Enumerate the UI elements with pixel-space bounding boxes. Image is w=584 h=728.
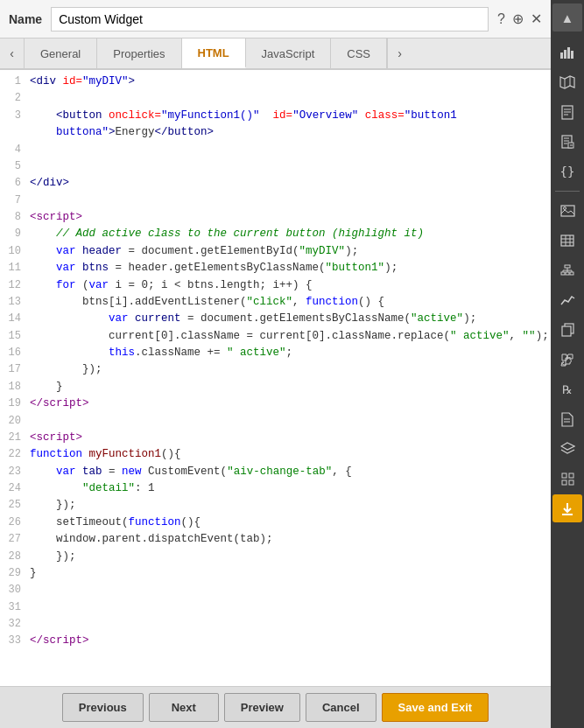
save-exit-button[interactable]: Save and Exit (382, 693, 489, 722)
code-line-26: 26 setTimeout(function(){ (0, 514, 551, 531)
svg-rect-17 (561, 206, 574, 216)
code-line-25: 25 }); (0, 497, 551, 514)
grid-icon[interactable] (552, 465, 582, 493)
file-lines-icon[interactable] (552, 405, 582, 433)
hierarchy-icon[interactable] (552, 256, 582, 284)
tab-bar: ‹ General Properties HTML JavaScript CSS… (0, 38, 551, 70)
top-arrow-icon[interactable]: ▲ (552, 4, 582, 32)
svg-rect-31 (566, 272, 569, 275)
svg-rect-1 (564, 50, 566, 59)
code-line-17: 17 }); (0, 361, 551, 378)
code-line-16: 16 this.className += " active"; (0, 345, 551, 361)
code-line-12: 12 for (var i = 0; i < btns.length; i++)… (0, 277, 551, 294)
code-line-18: 18 } (0, 379, 551, 396)
code-line-28: 28 }); (0, 549, 551, 565)
tab-css[interactable]: CSS (331, 38, 387, 68)
tab-javascript[interactable]: JavaScript (246, 38, 332, 68)
next-button[interactable]: Next (149, 693, 219, 722)
svg-rect-24 (565, 265, 570, 268)
code-line-15: 15 current[0].className = current[0].cla… (0, 328, 551, 345)
svg-rect-32 (570, 272, 573, 275)
code-braces-icon[interactable]: {} (552, 158, 582, 186)
svg-rect-3 (571, 51, 573, 59)
code-line-22: 22 function myFunction1(){ (0, 446, 551, 463)
document-icon[interactable] (552, 98, 582, 126)
tab-general[interactable]: General (25, 38, 97, 68)
svg-rect-0 (560, 52, 563, 59)
sidebar-divider-1 (555, 191, 580, 192)
notes-icon[interactable] (552, 128, 582, 156)
svg-rect-41 (569, 480, 573, 485)
svg-rect-40 (562, 480, 566, 485)
name-label: Name (9, 12, 42, 26)
code-editor[interactable]: 1 <div id="myDIV"> 2 3 <button onclick="… (0, 70, 551, 686)
svg-point-18 (563, 207, 566, 210)
code-line-24: 24 "detail": 1 (0, 480, 551, 497)
bar-chart-icon[interactable] (552, 38, 582, 66)
table-icon[interactable] (552, 227, 582, 255)
svg-rect-2 (567, 47, 570, 59)
code-line-27: 27 window.parent.dispatchEvent(tab); (0, 531, 551, 548)
widget-name-input[interactable] (51, 7, 489, 32)
code-line-14: 14 var current = document.getElementsByC… (0, 311, 551, 327)
image-icon[interactable] (552, 197, 582, 225)
header-bar: Name ? ⊕ ✕ (0, 0, 551, 38)
code-line-11: 11 var btns = header.getElementsByClassN… (0, 260, 551, 276)
download-icon[interactable] (552, 494, 582, 522)
preview-button[interactable]: Preview (224, 693, 300, 722)
code-line-13: 13 btns[i].addEventListener("click", fun… (0, 294, 551, 311)
code-line-30: 30 (0, 582, 551, 598)
code-line-9: 9 // Add active class to the current but… (0, 226, 551, 242)
main-content: Name ? ⊕ ✕ ‹ General Properties HTML Jav… (0, 0, 551, 728)
code-line-21: 21 <script> (0, 430, 551, 446)
tab-html[interactable]: HTML (182, 38, 246, 68)
code-line-4: 4 (0, 142, 551, 158)
move-icon[interactable]: ⊕ (512, 10, 524, 27)
right-sidebar: ▲ {} (551, 0, 584, 728)
puzzle-icon[interactable] (552, 346, 582, 374)
code-line-19: 19 </script> (0, 396, 551, 412)
code-line-32: 32 (0, 616, 551, 633)
footer-bar: Previous Next Preview Cancel Save and Ex… (0, 686, 551, 728)
layers-icon[interactable] (552, 435, 582, 463)
svg-rect-34 (562, 326, 571, 336)
tab-right-arrow[interactable]: › (387, 38, 412, 68)
cancel-button[interactable]: Cancel (306, 693, 376, 722)
code-line-29: 29 } (0, 565, 551, 582)
line-chart-icon[interactable] (552, 286, 582, 314)
code-line-7: 7 (0, 192, 551, 209)
map-icon[interactable] (552, 68, 582, 96)
code-line-20: 20 (0, 413, 551, 430)
code-line-23: 23 var tab = new CustomEvent("aiv-change… (0, 464, 551, 480)
rx-icon[interactable]: ℞ (552, 375, 582, 403)
close-icon[interactable]: ✕ (531, 10, 542, 27)
code-line-5: 5 (0, 158, 551, 175)
code-line-31: 31 (0, 599, 551, 616)
svg-rect-39 (569, 473, 573, 478)
copy-icon[interactable] (552, 316, 582, 344)
code-line-6: 6 </div> (0, 175, 551, 192)
code-line-1: 1 <div id="myDIV"> (0, 74, 551, 90)
code-line-2: 2 (0, 90, 551, 107)
code-line-33: 33 </script> (0, 633, 551, 649)
code-line-3b: buttona">Energy</button> (0, 124, 551, 141)
tab-left-arrow[interactable]: ‹ (0, 38, 25, 68)
code-line-10: 10 var header = document.getElementById(… (0, 243, 551, 260)
svg-rect-30 (561, 272, 565, 275)
svg-marker-4 (560, 76, 574, 88)
svg-marker-37 (561, 443, 574, 450)
svg-rect-19 (561, 235, 573, 246)
header-icons: ? ⊕ ✕ (497, 10, 542, 27)
svg-rect-38 (562, 473, 566, 478)
help-icon[interactable]: ? (497, 11, 505, 27)
code-line-8: 8 <script> (0, 209, 551, 226)
tab-properties[interactable]: Properties (97, 38, 181, 68)
previous-button[interactable]: Previous (62, 693, 144, 722)
code-line-3: 3 <button onclick="myFunction1()" id="Ov… (0, 108, 551, 124)
